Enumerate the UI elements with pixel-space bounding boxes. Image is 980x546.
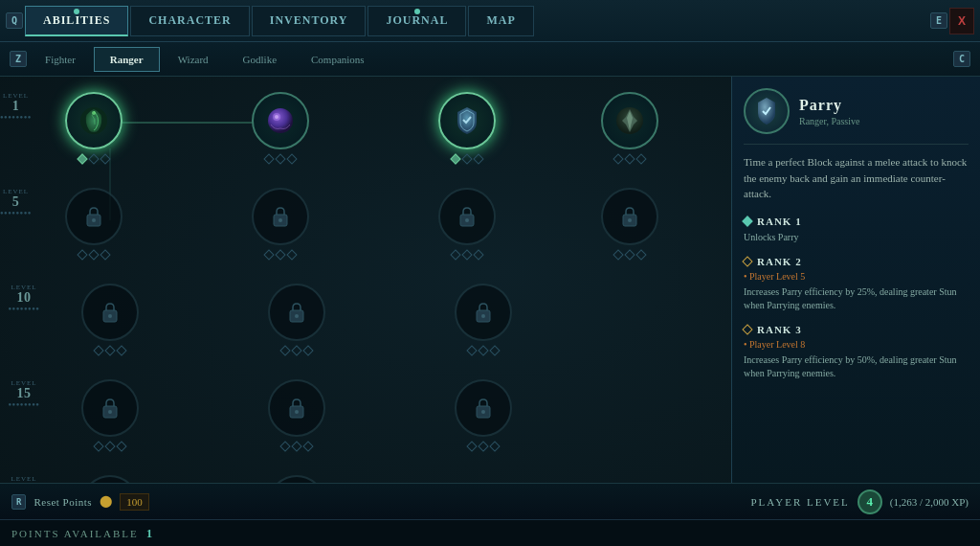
player-level-badge: 4 xyxy=(858,489,882,514)
skill-dot xyxy=(286,249,297,260)
skill-slots-row10 xyxy=(48,276,731,354)
level-label-5: LEVEL 5 ●●●●●●●● xyxy=(0,180,32,216)
skill-icon-wrap-15-0[interactable] xyxy=(81,379,139,437)
skill-icon-wrap-10-4[interactable] xyxy=(455,284,512,341)
skill-icon-wrap-0-6[interactable] xyxy=(601,92,658,149)
skill-slot-5-8 xyxy=(730,180,731,259)
tab-map[interactable]: MAP xyxy=(468,6,533,36)
close-button[interactable]: X xyxy=(949,8,974,34)
skill-icon-wrap-10-0[interactable] xyxy=(81,284,139,341)
detail-skill-icon xyxy=(744,88,790,134)
skill-dot xyxy=(489,441,500,451)
class-tab-ranger[interactable]: Ranger xyxy=(94,47,160,72)
skill-icon-wrap-0-0[interactable] xyxy=(65,92,122,149)
skill-icon-wrap-5-6[interactable] xyxy=(601,188,658,245)
tab-journal[interactable]: JOURNAL xyxy=(368,6,466,36)
skill-slots-row5 xyxy=(32,180,731,259)
skill-icon-wrap-20-2[interactable] xyxy=(268,475,325,483)
detail-panel: Parry Ranger, Passive Time a perfect Blo… xyxy=(731,77,980,483)
skill-slot-5-4 xyxy=(405,180,529,259)
skill-slot-20-2 xyxy=(234,467,359,483)
skill-slot-10-4 xyxy=(421,276,546,354)
level-label-1: LEVEL 1 ●●●●●●●● xyxy=(0,84,32,120)
skill-slot-spacer-0-5 xyxy=(529,84,568,163)
skill-icon-20-2 xyxy=(268,475,325,483)
class-nav: Z Fighter Ranger Wizard Godlike Companio… xyxy=(0,42,980,77)
skill-icon-0-6 xyxy=(601,92,658,149)
skill-slots-row1 xyxy=(32,84,731,163)
skill-dot xyxy=(635,249,646,260)
skill-slot-spacer-0-3 xyxy=(343,84,405,163)
rank-1-unlock-text: Unlocks Parry xyxy=(744,231,969,244)
skill-icon-15-4 xyxy=(455,379,512,437)
main-container: Q ABILITIES CHARACTER INVENTORY JOURNAL … xyxy=(0,0,980,546)
class-tab-fighter[interactable]: Fighter xyxy=(29,47,92,72)
lock-overlay xyxy=(270,477,323,483)
points-available-value: 1 xyxy=(146,526,153,541)
skill-icon-15-0 xyxy=(81,379,139,437)
skill-icon-wrap-20-0[interactable] xyxy=(81,475,139,483)
class-tab-wizard[interactable]: Wizard xyxy=(162,47,225,72)
coin-amount: 100 xyxy=(120,493,149,511)
skill-row-level1: LEVEL 1 ●●●●●●●● xyxy=(0,84,731,180)
skill-icon-wrap-0-2[interactable] xyxy=(252,92,309,149)
tab-inventory[interactable]: INVENTORY xyxy=(252,6,367,36)
skill-icon-wrap-5-4[interactable] xyxy=(438,188,496,245)
detail-skill-subtitle: Ranger, Passive xyxy=(799,116,969,126)
svg-point-30 xyxy=(481,314,485,318)
rank-1-diamond-icon xyxy=(742,216,752,226)
class-tab-godlike[interactable]: Godlike xyxy=(227,47,293,72)
reset-points-button[interactable]: Reset Points xyxy=(33,496,92,508)
rank-2-lock-icon xyxy=(742,256,752,266)
skill-icon-10-4 xyxy=(455,284,512,341)
skill-icon-wrap-5-0[interactable] xyxy=(65,188,122,245)
skill-icon-20-0 xyxy=(81,475,139,483)
svg-point-36 xyxy=(481,410,485,414)
svg-point-32 xyxy=(108,410,112,414)
skill-icon-wrap-15-4[interactable] xyxy=(455,379,512,437)
svg-point-18 xyxy=(278,218,282,222)
lock-overlay xyxy=(603,190,657,243)
lock-overlay xyxy=(270,285,323,339)
skill-slot-spacer-5-7 xyxy=(692,180,730,259)
skill-dot xyxy=(100,249,110,260)
skill-dots-15-4 xyxy=(468,443,499,450)
skill-dot xyxy=(489,345,500,355)
skill-icon-wrap-10-2[interactable] xyxy=(268,284,325,341)
skill-dots-10-2 xyxy=(281,347,312,354)
skill-dot xyxy=(473,249,483,260)
xp-text: (1,263 / 2,000 XP) xyxy=(890,496,969,508)
skill-icon-wrap-15-2[interactable] xyxy=(268,379,325,437)
skill-dots-5-4 xyxy=(452,251,482,259)
player-level-label: PLAYER LEVEL xyxy=(750,496,849,508)
skill-dot xyxy=(279,441,290,451)
tab-abilities[interactable]: ABILITIES xyxy=(25,6,128,36)
lock-icon-svg xyxy=(286,397,307,420)
key-c-badge: C xyxy=(953,51,970,67)
lock-overlay xyxy=(270,381,323,435)
lock-overlay xyxy=(457,381,510,435)
lock-icon-svg xyxy=(83,205,104,228)
svg-point-22 xyxy=(628,218,632,222)
skill-slot-0-4 xyxy=(405,84,529,163)
skill-icon-wrap-0-4[interactable] xyxy=(438,92,496,149)
skill-icon-5-4 xyxy=(438,188,496,245)
tab-character[interactable]: CHARACTER xyxy=(130,6,249,36)
skill-dot xyxy=(88,249,99,260)
skill-dot xyxy=(473,153,483,164)
player-level-section: PLAYER LEVEL 4 (1,263 / 2,000 XP) xyxy=(750,489,969,514)
skill-tree: LEVEL 1 ●●●●●●●● xyxy=(0,77,731,483)
skill-dot xyxy=(291,441,301,451)
skill-icon-wrap-5-2[interactable] xyxy=(252,188,309,245)
skill-dot xyxy=(116,441,126,451)
level-label-20: LEVEL 20 ●●●●●●●● xyxy=(0,467,48,483)
skill-slot-10-0 xyxy=(48,276,172,354)
lock-icon-svg xyxy=(270,205,291,228)
skill-dot xyxy=(88,153,99,164)
svg-point-8 xyxy=(92,111,96,115)
level-label-15: LEVEL 15 ●●●●●●●● xyxy=(0,372,48,407)
svg-point-16 xyxy=(92,218,96,222)
class-tab-companions[interactable]: Companions xyxy=(295,47,381,72)
skill-slot-5-6 xyxy=(568,180,692,259)
lock-overlay xyxy=(83,381,137,435)
